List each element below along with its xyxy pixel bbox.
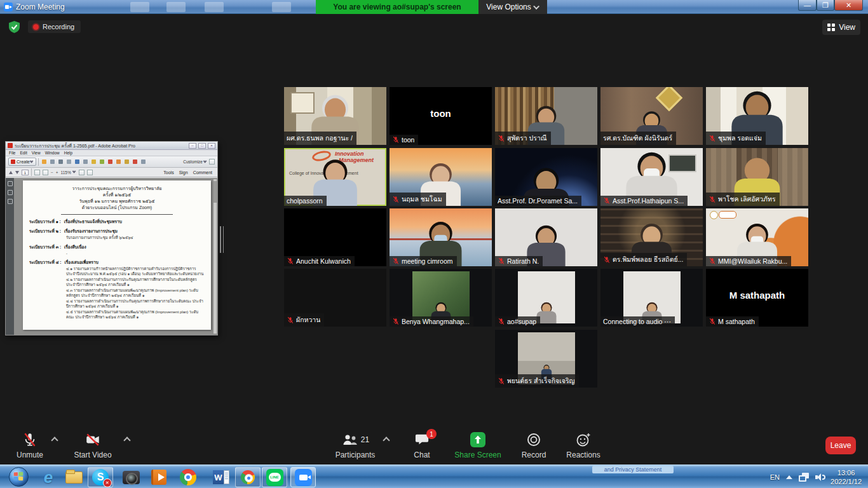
pdf-create-button[interactable]: Create: [8, 158, 36, 166]
security-shield-icon[interactable]: [9, 21, 20, 33]
pdf-tool-icon[interactable]: [107, 158, 114, 165]
hand-tool-icon[interactable]: [34, 170, 40, 175]
language-indicator[interactable]: EN: [770, 473, 780, 481]
pdf-customize-button[interactable]: Customize: [183, 159, 203, 164]
participant-tile[interactable]: ผศ.ดร.ธนพล กอฐานะ /: [284, 87, 386, 145]
participant-tile[interactable]: ผักหวาน: [284, 269, 386, 327]
chat-button[interactable]: 1 Chat: [407, 431, 437, 459]
participant-tile[interactable]: MMI@Wilailuk Rakbu...: [706, 208, 808, 266]
taskbar-item-explorer[interactable]: [61, 467, 86, 487]
taskbar-item-chrome-profile[interactable]: [235, 467, 261, 487]
window-titlebar[interactable]: Zoom Meeting You are viewing ao#supap's …: [0, 0, 868, 14]
taskbar-clock[interactable]: 13:06 2022/1/12: [831, 468, 862, 486]
pdf-close-button[interactable]: ×: [208, 143, 215, 149]
reactions-button[interactable]: Reactions: [563, 431, 604, 459]
pdf-tool-icon[interactable]: [57, 158, 64, 165]
pdf-tool-icon[interactable]: [140, 158, 147, 165]
pdf-menu-item[interactable]: Help: [64, 151, 72, 155]
participant-tile[interactable]: รศ.ดร.บัณฑิต ผังนิรันดร์: [600, 87, 703, 145]
participant-tile[interactable]: Asst.Prof. Dr.Poramet Sa...: [495, 148, 597, 206]
select-tool-icon[interactable]: [43, 170, 48, 175]
zoom-level[interactable]: 115%: [61, 170, 71, 175]
pdf-menu-item[interactable]: File: [9, 151, 15, 155]
page-down-icon[interactable]: [15, 171, 19, 174]
pdf-tool-icon[interactable]: [123, 158, 130, 165]
taskbar-item-word[interactable]: W: [208, 467, 234, 487]
network-icon[interactable]: [799, 473, 809, 482]
participants-options-caret[interactable]: [383, 437, 390, 444]
recording-indicator[interactable]: Recording: [28, 20, 81, 33]
taskbar-item-zoom[interactable]: [290, 467, 316, 487]
participant-tile[interactable]: ชุมพล รอดแจ่ม: [706, 87, 808, 145]
speaker-icon[interactable]: [815, 473, 824, 482]
page-layout-icon[interactable]: [87, 170, 93, 175]
view-options-button[interactable]: View Options: [478, 0, 547, 14]
pdf-menu-item[interactable]: Edit: [20, 151, 27, 155]
page-number-box[interactable]: 1: [22, 170, 29, 175]
taskbar-item-ie[interactable]: e: [36, 467, 61, 487]
taskbar-item-start[interactable]: [6, 466, 31, 487]
pdf-scrollbar[interactable]: [214, 179, 217, 334]
pdf-tool-icon[interactable]: [132, 158, 139, 165]
pdf-tool-icon[interactable]: [49, 158, 56, 165]
pdf-tool-icon[interactable]: [74, 158, 81, 165]
record-button[interactable]: Record: [517, 431, 550, 459]
taskbar-item-chrome[interactable]: [175, 467, 201, 487]
participant-tile[interactable]: Ratirath N.: [495, 208, 597, 266]
pdf-tool-icon[interactable]: [82, 158, 89, 165]
pdf-menu-item[interactable]: View: [32, 151, 41, 155]
page-up-icon[interactable]: [9, 171, 13, 174]
unmute-button[interactable]: Unmute: [10, 431, 50, 459]
share-screen-button[interactable]: Share Screen: [450, 431, 506, 459]
taskbar-item-player[interactable]: [146, 467, 172, 487]
participant-tile[interactable]: toon toon: [390, 87, 492, 145]
participant-tile[interactable]: สุพัตรา ปราณี: [495, 87, 597, 145]
video-options-caret[interactable]: [123, 437, 130, 444]
audio-options-caret[interactable]: [51, 437, 58, 444]
participant-tile[interactable]: InnovationManagementCollege of Innovatio…: [284, 148, 386, 206]
pdf-titlebar[interactable]: ระเบียบวาระการประชุม ครั้งที่ 1-2565.pdf…: [6, 142, 217, 150]
pdf-maximize-button[interactable]: □: [198, 143, 206, 149]
pdf-minimize-button[interactable]: –: [189, 143, 196, 149]
pdf-tool-icon[interactable]: [115, 158, 122, 165]
taskbar-item-line[interactable]: LINE: [262, 467, 287, 487]
view-button[interactable]: View: [822, 20, 860, 35]
participants-button[interactable]: 21 Participants: [331, 431, 379, 459]
participant-tile[interactable]: Connecting to audio ⋯: [600, 269, 703, 327]
participant-tile[interactable]: พาโชค เลิศอัศวภัทร: [706, 148, 808, 206]
close-button[interactable]: ✕: [834, 0, 863, 11]
resize-grip-handle[interactable]: [220, 226, 225, 253]
pdf-comment-tab[interactable]: Comment: [193, 170, 212, 175]
pdf-sidebar[interactable]: [6, 178, 14, 335]
leave-button[interactable]: Leave: [825, 437, 856, 454]
taskbar-item-camera[interactable]: [118, 467, 144, 487]
pdf-window-tool-icon[interactable]: [209, 159, 215, 165]
maximize-button[interactable]: ❐: [817, 0, 834, 11]
pdf-tool-icon[interactable]: [65, 158, 72, 165]
pdf-canvas[interactable]: วาระการประชุมคณะกรรมการผู้บริหารวิทยาลัย…: [14, 178, 217, 335]
minimize-button[interactable]: —: [798, 0, 817, 11]
page-layout-icon[interactable]: [79, 170, 85, 175]
pdf-sign-tab[interactable]: Sign: [179, 170, 188, 175]
pdf-tools-tab[interactable]: Tools: [163, 170, 173, 175]
shared-pdf-window[interactable]: ระเบียบวาระการประชุม ครั้งที่ 1-2565.pdf…: [5, 141, 218, 336]
pdf-menu-item[interactable]: Window: [45, 151, 60, 155]
participant-tile[interactable]: พยนต์ธร สำเร็จกิจเจริญ: [495, 330, 597, 388]
pdf-tool-icon[interactable]: [41, 158, 48, 165]
show-hidden-icons-caret[interactable]: [786, 475, 792, 479]
participant-tile[interactable]: meeting cimroom: [390, 208, 492, 266]
zoom-in-button[interactable]: +: [56, 170, 58, 175]
participant-tile[interactable]: ao#supap: [495, 269, 597, 327]
participant-tile[interactable]: นฤมล ชมโฉม: [390, 148, 492, 206]
participant-tile[interactable]: ดร.พิมพ์พลอย ธีรสถิตย์...: [600, 208, 703, 266]
participant-tile[interactable]: Anuchit Kulwanich: [284, 208, 386, 266]
start-video-button[interactable]: Start Video: [67, 431, 118, 459]
taskbar-item-skype[interactable]: S: [88, 467, 113, 487]
zoom-out-button[interactable]: −: [51, 170, 53, 175]
participant-tile[interactable]: Benya Whangmahap...: [390, 269, 492, 327]
participant-tile[interactable]: Asst.Prof.Hathaipun S...: [600, 148, 703, 206]
pdf-tool-icon[interactable]: [90, 158, 97, 165]
pdf-menubar[interactable]: FileEditViewWindowHelp: [6, 150, 217, 156]
pdf-tool-icon[interactable]: [98, 158, 105, 165]
participant-tile[interactable]: M sathapath M sathapath: [706, 269, 808, 327]
